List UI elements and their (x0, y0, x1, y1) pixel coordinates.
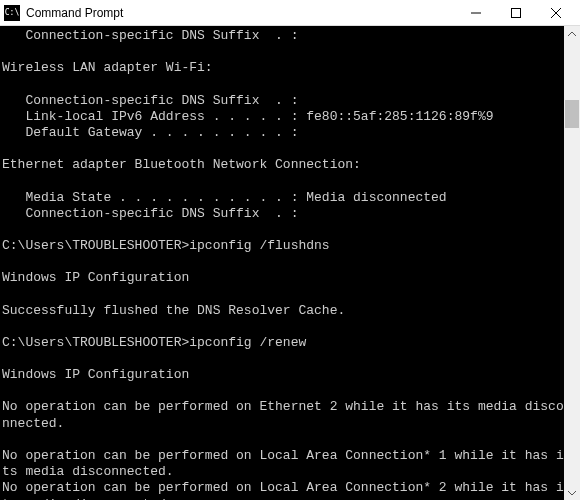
scroll-up-button[interactable] (564, 26, 580, 42)
window-titlebar: C:\ Command Prompt (0, 0, 580, 26)
terminal-line: Successfully flushed the DNS Resolver Ca… (2, 303, 564, 319)
terminal-line: Windows IP Configuration (2, 270, 564, 286)
terminal-line: No operation can be performed on Local A… (2, 448, 564, 481)
terminal-line: Connection-specific DNS Suffix . : (2, 206, 564, 222)
terminal-line: Connection-specific DNS Suffix . : (2, 28, 564, 44)
terminal-line: Wireless LAN adapter Wi-Fi: (2, 60, 564, 76)
terminal-wrapper: Connection-specific DNS Suffix . :Wirele… (0, 26, 580, 500)
close-button[interactable] (536, 0, 576, 26)
terminal-line (2, 432, 564, 448)
svg-rect-1 (512, 8, 521, 17)
terminal-line (2, 77, 564, 93)
close-icon (551, 8, 561, 18)
chevron-down-icon (568, 490, 576, 495)
chevron-up-icon (568, 32, 576, 37)
terminal-line (2, 222, 564, 238)
window-icon: C:\ (4, 5, 20, 21)
terminal-line (2, 141, 564, 157)
terminal-line (2, 351, 564, 367)
maximize-button[interactable] (496, 0, 536, 26)
terminal-line (2, 174, 564, 190)
maximize-icon (511, 8, 521, 18)
terminal-line (2, 287, 564, 303)
terminal-line: No operation can be performed on Etherne… (2, 399, 564, 432)
terminal-line (2, 44, 564, 60)
minimize-button[interactable] (456, 0, 496, 26)
terminal-line (2, 254, 564, 270)
terminal-line: Connection-specific DNS Suffix . : (2, 93, 564, 109)
minimize-icon (471, 8, 481, 18)
scroll-thumb[interactable] (565, 100, 579, 128)
window-controls (456, 0, 576, 26)
terminal-line: Default Gateway . . . . . . . . . : (2, 125, 564, 141)
window-title: Command Prompt (26, 6, 456, 20)
terminal-line: Windows IP Configuration (2, 367, 564, 383)
terminal-output[interactable]: Connection-specific DNS Suffix . :Wirele… (0, 26, 564, 500)
scroll-track[interactable] (564, 42, 580, 484)
terminal-line: No operation can be performed on Local A… (2, 480, 564, 500)
terminal-line: C:\Users\TROUBLESHOOTER>ipconfig /renew (2, 335, 564, 351)
terminal-line: Ethernet adapter Bluetooth Network Conne… (2, 157, 564, 173)
terminal-line: Media State . . . . . . . . . . . : Medi… (2, 190, 564, 206)
terminal-line (2, 319, 564, 335)
terminal-line: C:\Users\TROUBLESHOOTER>ipconfig /flushd… (2, 238, 564, 254)
vertical-scrollbar[interactable] (564, 26, 580, 500)
terminal-line: Link-local IPv6 Address . . . . . : fe80… (2, 109, 564, 125)
terminal-line (2, 383, 564, 399)
scroll-down-button[interactable] (564, 484, 580, 500)
